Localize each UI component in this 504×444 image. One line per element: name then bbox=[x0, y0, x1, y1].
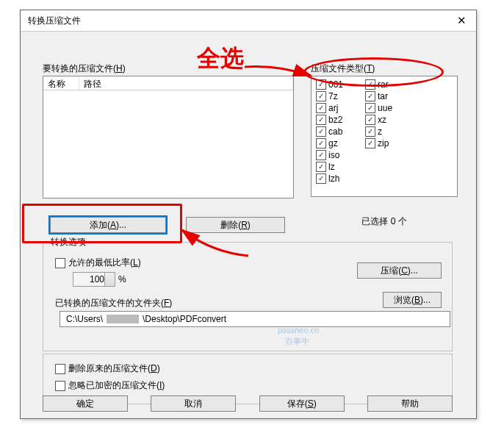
type-label: rar bbox=[378, 79, 389, 90]
type-list[interactable]: 0017zarjbz2cabgzisolzlzh rartaruuexzzzip bbox=[311, 76, 458, 197]
titlebar: 转换压缩文件 ✕ bbox=[21, 10, 476, 32]
dialog-body: 要转换的压缩文件(H) 名称 路径 压缩文件类型(T) 0017zarjbz2c… bbox=[21, 32, 476, 419]
type-col-left: 0017zarjbz2cabgzisolzlzh bbox=[316, 79, 343, 185]
checkbox-icon[interactable] bbox=[316, 173, 326, 184]
type-uue[interactable]: uue bbox=[365, 103, 392, 113]
checkbox-icon[interactable] bbox=[365, 115, 375, 125]
ratio-value[interactable]: 100 bbox=[73, 272, 115, 287]
type-label: lz bbox=[328, 162, 335, 172]
checkbox-icon[interactable] bbox=[316, 103, 326, 113]
dialog-title: 转换压缩文件 bbox=[28, 15, 81, 27]
type-cab[interactable]: cab bbox=[316, 126, 343, 137]
checkbox-icon[interactable] bbox=[365, 138, 375, 148]
file-list[interactable]: 名称 路径 bbox=[43, 76, 294, 198]
checkbox-icon[interactable] bbox=[316, 138, 326, 148]
checkbox-icon[interactable] bbox=[316, 150, 326, 160]
type-label: gz bbox=[328, 138, 338, 148]
ok-button[interactable]: 确定 bbox=[43, 395, 128, 412]
delete-button[interactable]: 删除(R) bbox=[186, 217, 285, 233]
files-label: 要转换的压缩文件(H) bbox=[43, 62, 126, 75]
file-list-header: 名称 路径 bbox=[43, 76, 293, 90]
checkbox-icon[interactable] bbox=[365, 79, 375, 90]
checkbox-icon[interactable] bbox=[365, 91, 375, 101]
ratio-percent: % bbox=[118, 274, 126, 284]
ignore-encrypted-label: 忽略已加密的压缩文件(I) bbox=[68, 379, 165, 392]
type-label: tar bbox=[378, 91, 388, 101]
delete-original-label: 删除原来的压缩文件(D) bbox=[68, 362, 160, 375]
close-icon: ✕ bbox=[457, 14, 467, 27]
checkbox-icon[interactable] bbox=[316, 115, 326, 125]
checkbox-icon[interactable] bbox=[316, 162, 326, 172]
type-001[interactable]: 001 bbox=[316, 79, 343, 90]
types-label: 压缩文件类型(T) bbox=[311, 62, 375, 75]
checkbox-icon[interactable] bbox=[365, 103, 375, 113]
type-label: iso bbox=[328, 150, 339, 160]
type-rar[interactable]: rar bbox=[365, 79, 392, 90]
type-label: 7z bbox=[328, 91, 338, 101]
type-lz[interactable]: lz bbox=[316, 162, 343, 172]
type-label: 001 bbox=[328, 79, 343, 90]
dialog-window: 转换压缩文件 ✕ 要转换的压缩文件(H) 名称 路径 压缩文件类型(T) 001… bbox=[20, 10, 477, 419]
type-bz2[interactable]: bz2 bbox=[316, 115, 343, 125]
type-tar[interactable]: tar bbox=[365, 91, 392, 101]
help-button[interactable]: 帮助 bbox=[367, 395, 453, 412]
cancel-button[interactable]: 取消 bbox=[151, 395, 236, 412]
type-gz[interactable]: gz bbox=[316, 138, 343, 148]
close-button[interactable]: ✕ bbox=[447, 10, 476, 31]
type-label: cab bbox=[328, 126, 342, 137]
selected-count: 已选择 0 个 bbox=[311, 215, 458, 228]
options-group: 转换选项 允许的最低比率(L) 100 % 已转换的压缩文件的文件夹(F) C:… bbox=[43, 242, 453, 351]
type-label: lzh bbox=[328, 173, 339, 184]
checkbox-icon[interactable] bbox=[365, 126, 375, 137]
type-zip[interactable]: zip bbox=[365, 138, 392, 148]
redacted-user bbox=[107, 315, 139, 323]
type-label: bz2 bbox=[328, 115, 342, 125]
type-z[interactable]: z bbox=[365, 126, 392, 137]
type-7z[interactable]: 7z bbox=[316, 91, 343, 101]
type-label: uue bbox=[378, 103, 392, 113]
type-label: z bbox=[378, 126, 382, 137]
type-label: arj bbox=[328, 103, 338, 113]
annotation-select-all: 全选 bbox=[197, 43, 244, 75]
col-path[interactable]: 路径 bbox=[79, 76, 293, 90]
delete-original-checkbox[interactable] bbox=[55, 364, 65, 374]
add-button[interactable]: 添加(A)... bbox=[50, 217, 166, 233]
type-col-right: rartaruuexzzzip bbox=[365, 79, 392, 185]
compress-button[interactable]: 压缩(C)... bbox=[357, 262, 442, 279]
options-group-title: 转换选项 bbox=[48, 236, 89, 248]
checkbox-icon[interactable] bbox=[316, 79, 326, 90]
ratio-checkbox[interactable] bbox=[55, 258, 65, 268]
folder-path-input[interactable]: C:\Users\\Desktop\PDFconvert bbox=[60, 311, 450, 327]
checkbox-icon[interactable] bbox=[316, 91, 326, 101]
ignore-encrypted-checkbox[interactable] bbox=[55, 381, 65, 391]
type-iso[interactable]: iso bbox=[316, 150, 343, 160]
type-label: zip bbox=[378, 138, 389, 148]
type-label: xz bbox=[378, 115, 386, 125]
ratio-label: 允许的最低比率(L) bbox=[68, 257, 141, 269]
browse-button[interactable]: 浏览(B)... bbox=[383, 292, 442, 308]
checkbox-icon[interactable] bbox=[316, 126, 326, 137]
save-button[interactable]: 保存(S) bbox=[259, 395, 345, 412]
type-lzh[interactable]: lzh bbox=[316, 173, 343, 184]
type-arj[interactable]: arj bbox=[316, 103, 343, 113]
col-name[interactable]: 名称 bbox=[43, 76, 79, 90]
type-xz[interactable]: xz bbox=[365, 115, 392, 125]
bottom-button-row: 确定 取消 保存(S) 帮助 bbox=[43, 395, 453, 412]
